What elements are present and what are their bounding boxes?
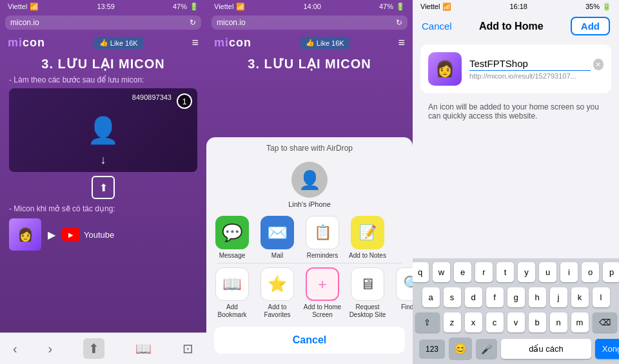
shift-key[interactable]: ⇧ xyxy=(415,312,440,332)
hamburger-icon-2[interactable]: ≡ xyxy=(398,36,405,50)
key-r[interactable]: r xyxy=(475,262,493,282)
arrow-down-icon-1: ↓ xyxy=(101,153,106,167)
space-key[interactable]: dấu cách xyxy=(501,339,591,359)
keyboard: q w e r t y u i o p a s d f g h j k l ⇧ … xyxy=(413,258,619,364)
share-item-reminders[interactable]: 📋 Reminders xyxy=(302,216,343,259)
key-x[interactable]: x xyxy=(465,312,482,332)
action-find[interactable]: 🔍 Find o... xyxy=(392,267,413,319)
key-j[interactable]: j xyxy=(550,287,567,307)
youtube-icon-1: ▶ xyxy=(62,228,80,241)
notes-icon: 📝 xyxy=(351,216,384,249)
key-m[interactable]: m xyxy=(571,312,589,332)
signal-2: Viettel xyxy=(214,3,233,10)
airdrop-avatar: 👤 xyxy=(291,162,328,198)
action-add-home[interactable]: ＋ Add to Home Screen xyxy=(302,267,343,319)
key-d[interactable]: d xyxy=(465,287,482,307)
reload-icon-1[interactable]: ↻ xyxy=(190,18,196,27)
key-t[interactable]: t xyxy=(496,262,514,282)
key-k[interactable]: k xyxy=(571,287,589,307)
app-name-input[interactable] xyxy=(469,58,591,71)
battery-icon-3: 🔋 xyxy=(602,3,611,11)
key-f[interactable]: f xyxy=(486,287,504,307)
battery-icon-1: 🔋 xyxy=(190,3,199,11)
message-icon: 💬 xyxy=(215,216,249,249)
action-add-bookmark[interactable]: 📖 Add Bookmark xyxy=(211,267,253,319)
time-3: 16:18 xyxy=(509,3,527,10)
key-z[interactable]: z xyxy=(444,312,461,332)
done-key[interactable]: Xong xyxy=(595,339,619,359)
forward-icon-1[interactable]: › xyxy=(48,341,53,356)
key-a[interactable]: a xyxy=(422,287,440,307)
key-o[interactable]: o xyxy=(582,262,599,282)
time-1: 13:59 xyxy=(97,3,115,10)
key-n[interactable]: n xyxy=(550,312,567,332)
step-title-2: 3. LƯU LẠI MICON xyxy=(206,53,413,74)
battery-3: 35% xyxy=(585,3,600,10)
app-url: http://micon.io/result/152793107... xyxy=(469,72,604,80)
like-button-2[interactable]: 👍 Like 16K xyxy=(300,37,349,49)
toolbar-1: ‹ › ⬆ 📖 ⊡ xyxy=(0,332,206,364)
share-toolbar-icon-1[interactable]: ⬆ xyxy=(83,338,104,359)
url-bar-1[interactable]: micon.io ↻ xyxy=(5,15,201,30)
wifi-icon-2: 📶 xyxy=(236,3,245,11)
status-right-2: 47% 🔋 xyxy=(379,3,405,11)
action-add-favorites[interactable]: ⭐ Add to Favorites xyxy=(257,267,298,319)
status-bar-2: Viettel 📶 14:00 47% 🔋 xyxy=(206,0,413,13)
thumbs-up-icon-2: 👍 xyxy=(306,39,315,47)
share-item-notes[interactable]: 📝 Add to Notes xyxy=(347,216,388,259)
tabs-icon-1[interactable]: ⊡ xyxy=(182,341,193,356)
youtube-button-1[interactable]: ▶ Youtube xyxy=(62,228,114,241)
person-icon-1: 👤 xyxy=(87,115,119,146)
share-item-mail[interactable]: ✉️ Mail xyxy=(257,216,298,259)
status-right-1: 47% 🔋 xyxy=(173,3,199,11)
back-icon-1[interactable]: ‹ xyxy=(13,341,17,356)
mic-key[interactable]: 🎤 xyxy=(476,339,497,359)
share-sheet: Tap to share with AirDrop 👤 Linh's iPhon… xyxy=(206,137,413,364)
airdrop-contact[interactable]: 👤 Linh's iPhone xyxy=(206,158,413,212)
key-y[interactable]: y xyxy=(518,262,535,282)
cancel-nav-button[interactable]: Cancel xyxy=(422,21,452,32)
signal-1: Viettel xyxy=(8,3,27,10)
url-text-1: micon.io xyxy=(10,18,39,27)
reminders-icon: 📋 xyxy=(306,216,339,249)
desktop-label: Request Desktop Site xyxy=(347,303,388,319)
cancel-button[interactable]: Cancel xyxy=(214,327,405,354)
hamburger-icon-1[interactable]: ≡ xyxy=(192,36,199,50)
key-v[interactable]: v xyxy=(507,312,525,332)
key-u[interactable]: u xyxy=(539,262,556,282)
action-desktop[interactable]: 🖥 Request Desktop Site xyxy=(347,267,388,319)
key-i[interactable]: i xyxy=(560,262,578,282)
notes-label: Add to Notes xyxy=(349,252,386,259)
key-w[interactable]: w xyxy=(433,262,450,282)
youtube-label-1: Youtube xyxy=(84,230,114,240)
key-l[interactable]: l xyxy=(593,287,610,307)
key-c[interactable]: c xyxy=(486,312,504,332)
key-b[interactable]: b xyxy=(529,312,546,332)
wifi-icon-1: 📶 xyxy=(30,3,39,11)
micon-logo-1: micon xyxy=(8,36,45,50)
bookmark-label: Add Bookmark xyxy=(211,303,253,319)
like-button-1[interactable]: 👍 Like 16K xyxy=(94,37,143,49)
add-button[interactable]: Add xyxy=(571,17,610,35)
backspace-key[interactable]: ⌫ xyxy=(593,312,617,332)
share-item-message[interactable]: 💬 Message xyxy=(211,216,253,259)
airdrop-name: Linh's iPhone xyxy=(288,200,331,208)
clear-input-button[interactable]: ✕ xyxy=(593,59,604,70)
find-icon: 🔍 xyxy=(396,267,413,301)
key-g[interactable]: g xyxy=(507,287,525,307)
key-s[interactable]: s xyxy=(444,287,461,307)
url-bar-2[interactable]: micon.io ↻ xyxy=(211,15,408,30)
share-box-1[interactable]: ⬆ xyxy=(92,176,115,199)
wifi-icon-3: 📶 xyxy=(442,3,451,11)
num-key[interactable]: 123 xyxy=(419,340,445,359)
bookmarks-icon-1[interactable]: 📖 xyxy=(135,341,152,356)
micon-desc-1: - Micon khi mở sẽ có tác dụng: xyxy=(0,203,206,215)
key-p[interactable]: p xyxy=(603,262,619,282)
avatar-1: 👩 xyxy=(9,218,41,251)
key-h[interactable]: h xyxy=(529,287,546,307)
key-e[interactable]: e xyxy=(454,262,471,282)
mail-icon: ✉️ xyxy=(260,216,294,249)
emoji-key[interactable]: 😊 xyxy=(449,338,472,360)
key-q[interactable]: q xyxy=(411,262,429,282)
reload-icon-2[interactable]: ↻ xyxy=(396,18,402,27)
